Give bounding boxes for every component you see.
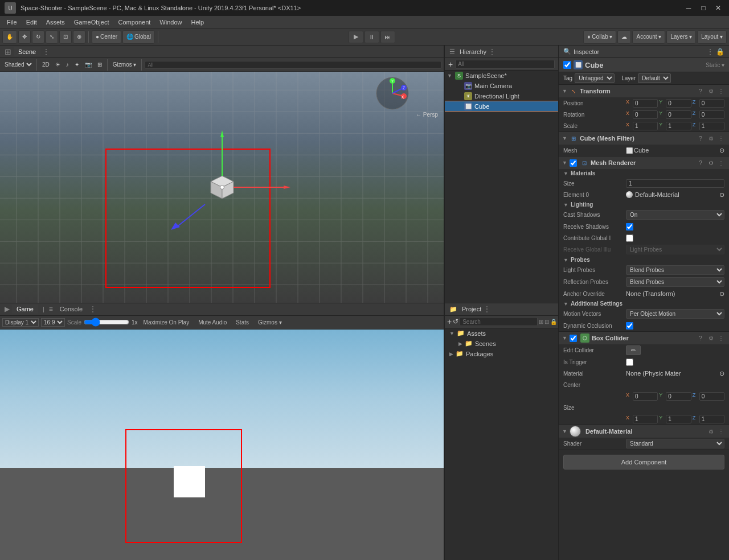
mesh-renderer-settings-btn[interactable]: ⚙ (706, 158, 715, 167)
audio-toggle[interactable]: ♪ (64, 59, 71, 71)
rect-tool[interactable]: ⊡ (59, 30, 72, 44)
box-collider-header[interactable]: ▼ ⬡ Box Collider ? ⚙ ⋮ (559, 332, 729, 344)
aspect-select[interactable]: 16:9 (41, 318, 65, 327)
game-tab[interactable]: Game (12, 304, 38, 314)
center-x-input[interactable] (633, 392, 658, 401)
mesh-filter-settings-btn[interactable]: ⚙ (706, 134, 715, 143)
hier-item-cube[interactable]: ⬜ Cube (445, 101, 558, 112)
mesh-renderer-menu-btn[interactable]: ⋮ (716, 158, 726, 167)
scene-panel-menu[interactable]: ⋮ (43, 48, 50, 56)
maximize-button[interactable]: □ (697, 2, 710, 14)
minimize-button[interactable]: ─ (682, 2, 695, 14)
center-z-input[interactable] (699, 392, 724, 401)
box-collider-menu-btn[interactable]: ⋮ (716, 333, 726, 343)
element0-select-btn[interactable]: ⊙ (719, 191, 724, 199)
project-add-btn[interactable]: + (447, 317, 452, 326)
rotation-y-input[interactable] (666, 110, 691, 119)
project-refresh-btn[interactable]: ↺ (453, 318, 458, 326)
rotation-z-input[interactable] (699, 110, 724, 119)
gizmos-game-btn[interactable]: Gizmos ▾ (255, 317, 285, 327)
scene-viewport[interactable]: X Y Z ← Persp (0, 72, 444, 303)
center-y-input[interactable] (666, 392, 691, 401)
project-filter-btn[interactable]: ⊟ (544, 319, 549, 325)
project-lock-btn[interactable]: 🔒 (550, 319, 557, 325)
edit-collider-btn[interactable]: ✏ (626, 345, 641, 355)
add-component-button[interactable]: Add Component (563, 455, 724, 470)
reflection-probes-select[interactable]: Blend Probes (626, 277, 724, 287)
tag-select[interactable]: Untagged (575, 73, 615, 83)
scene-search-input[interactable] (145, 61, 441, 69)
mesh-select-btn[interactable]: ⊙ (719, 147, 724, 154)
grid-toggle[interactable]: ⊞ (95, 59, 104, 71)
project-item-packages[interactable]: ▶ 📁 Packages (445, 349, 558, 359)
shading-mode-select[interactable]: Shaded (2, 61, 34, 68)
fx-toggle[interactable]: ✦ (72, 59, 81, 71)
transform-tool[interactable]: ⊕ (73, 30, 85, 44)
lighting-toggle[interactable]: ☀ (53, 59, 63, 71)
collider-material-select-btn[interactable]: ⊙ (719, 370, 724, 377)
scale-tool[interactable]: ⤡ (46, 30, 58, 44)
account-btn[interactable]: Account ▾ (632, 30, 665, 44)
contribute-gi-checkbox[interactable] (626, 234, 633, 242)
scene-tab[interactable]: Scene (14, 47, 40, 56)
mesh-renderer-enable-checkbox[interactable] (570, 159, 577, 167)
transform-settings-btn[interactable]: ⚙ (706, 87, 715, 96)
box-collider-help-btn[interactable]: ? (696, 333, 705, 343)
hier-item-maincamera[interactable]: 📷 Main Camera (445, 81, 558, 91)
step-button[interactable]: ⏭ (380, 31, 395, 43)
pivot-center-btn[interactable]: ● Center (92, 30, 121, 44)
project-search-input[interactable] (460, 317, 538, 326)
hand-tool[interactable]: ✋ (2, 30, 17, 44)
inspector-lock-btn[interactable]: 🔒 (716, 48, 724, 56)
cast-shadows-select[interactable]: On (626, 210, 724, 220)
hier-item-samplescene[interactable]: ▼ S SampleScene* (445, 71, 558, 81)
scale-slider[interactable] (84, 318, 129, 327)
menu-edit[interactable]: Edit (22, 18, 42, 27)
rotation-x-input[interactable] (633, 110, 658, 119)
transform-menu-btn[interactable]: ⋮ (716, 87, 726, 96)
scale-x-input[interactable] (633, 122, 658, 130)
receive-gi-select[interactable]: Light Probes (626, 245, 724, 254)
gizmos-btn[interactable]: Gizmos ▾ (110, 59, 139, 71)
position-y-input[interactable] (666, 99, 691, 108)
pause-button[interactable]: ⏸ (364, 31, 379, 43)
hierarchy-menu[interactable]: ⋮ (489, 48, 495, 56)
close-button[interactable]: ✕ (712, 2, 724, 14)
light-probes-select[interactable]: Blend Probes (626, 265, 724, 275)
size-x-input[interactable] (633, 415, 658, 423)
maximize-play-btn[interactable]: Maximize On Play (140, 317, 193, 327)
cloud-btn[interactable]: ☁ (617, 30, 631, 44)
menu-file[interactable]: File (2, 18, 22, 27)
hier-add-btn[interactable]: + (448, 60, 453, 69)
menu-window[interactable]: Window (155, 18, 186, 27)
materials-size-input[interactable] (626, 179, 724, 188)
console-tab[interactable]: Console (55, 304, 87, 314)
mesh-filter-menu-btn[interactable]: ⋮ (716, 134, 726, 143)
transform-help-btn[interactable]: ? (696, 87, 705, 96)
mesh-renderer-help-btn[interactable]: ? (696, 158, 705, 167)
object-enable-checkbox[interactable] (563, 61, 571, 69)
default-material-header[interactable]: ▼ Default-Material ⚙ ⋮ (559, 425, 729, 438)
game-viewport[interactable] (0, 330, 444, 561)
size-z-input[interactable] (699, 415, 724, 423)
inspector-menu[interactable]: ⋮ (707, 48, 714, 56)
mesh-filter-help-btn[interactable]: ? (696, 134, 705, 143)
box-collider-settings-btn[interactable]: ⚙ (706, 333, 715, 343)
material-menu-btn[interactable]: ⋮ (716, 427, 726, 436)
collab-btn[interactable]: ♦ Collab ▾ (583, 30, 616, 44)
motion-vectors-select[interactable]: Per Object Motion (626, 309, 724, 319)
material-settings-btn[interactable]: ⚙ (706, 427, 715, 436)
shader-select[interactable]: Standard (626, 439, 724, 448)
menu-gameobject[interactable]: GameObject (69, 18, 114, 27)
menu-help[interactable]: Help (186, 18, 208, 27)
mesh-renderer-header[interactable]: ▼ ⊡ Mesh Renderer ? ⚙ ⋮ (559, 157, 729, 169)
project-item-assets[interactable]: ▼ 📁 Assets (445, 328, 558, 339)
hier-item-directionallight[interactable]: ☀ Directional Light (445, 91, 558, 101)
anchor-override-select-btn[interactable]: ⊙ (719, 290, 724, 298)
layout-btn[interactable]: Layout ▾ (697, 30, 727, 44)
scene-camera-btn[interactable]: 📷 (83, 59, 94, 71)
project-item-scenes[interactable]: ▶ 📁 Scenes (445, 339, 558, 349)
hierarchy-search-input[interactable] (455, 60, 555, 69)
move-tool[interactable]: ✥ (18, 30, 31, 44)
is-trigger-checkbox[interactable] (626, 359, 633, 366)
